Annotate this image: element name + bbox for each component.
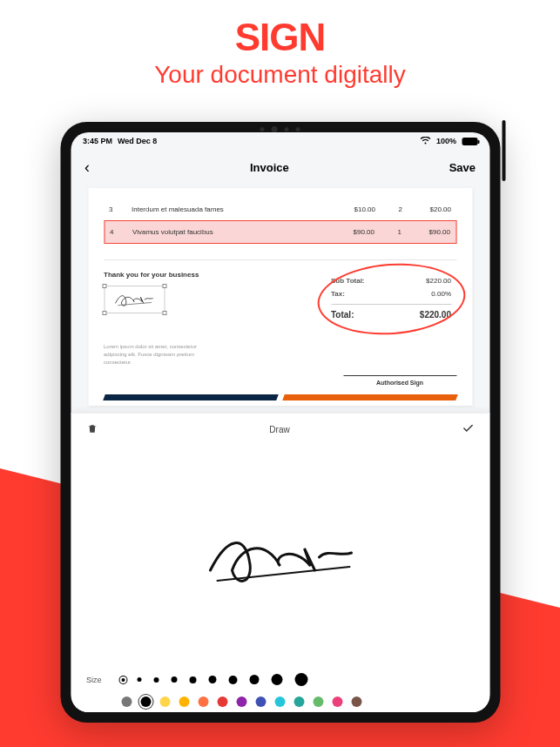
footer-bars bbox=[104, 394, 456, 400]
page-title: Invoice bbox=[90, 161, 449, 174]
totals-block: Sub Total:$220.00 Tax:0.00% Total:$220.0… bbox=[326, 271, 456, 326]
table-row: 3 Interdum et malesuada fames $10.00 2 $… bbox=[104, 199, 456, 220]
color-option[interactable] bbox=[313, 697, 323, 707]
signature-canvas[interactable] bbox=[71, 446, 489, 668]
draw-title: Draw bbox=[269, 425, 289, 434]
footnote-text: Lorem ipsum dolor sit amet, consectetur … bbox=[104, 343, 208, 367]
status-bar: 3:45 PM Wed Dec 8 100% bbox=[71, 132, 489, 150]
color-option[interactable] bbox=[274, 697, 285, 707]
size-option[interactable] bbox=[294, 673, 307, 686]
size-option[interactable] bbox=[153, 677, 159, 683]
color-option[interactable] bbox=[255, 697, 266, 707]
save-button[interactable]: Save bbox=[449, 161, 476, 174]
signature-placement[interactable] bbox=[104, 286, 165, 313]
color-picker bbox=[71, 691, 489, 712]
color-option[interactable] bbox=[332, 697, 342, 707]
color-option[interactable] bbox=[217, 697, 227, 707]
size-label: Size bbox=[86, 676, 111, 684]
color-option[interactable] bbox=[198, 697, 208, 707]
resize-handle[interactable] bbox=[162, 284, 166, 288]
authorised-sign-label: Authorised Sign bbox=[343, 375, 456, 386]
camera-bar bbox=[260, 126, 300, 132]
annotation-circle-icon bbox=[314, 259, 467, 340]
size-option[interactable] bbox=[228, 676, 237, 684]
tablet-frame: 3:45 PM Wed Dec 8 100% ‹ Invoice Save 3 … bbox=[60, 122, 500, 723]
resize-handle[interactable] bbox=[102, 284, 106, 288]
draw-panel: Draw Size bbox=[71, 413, 489, 712]
color-option[interactable] bbox=[121, 697, 132, 707]
signature-preview-icon bbox=[111, 289, 159, 310]
status-time: 3:45 PM bbox=[83, 137, 112, 145]
hero-subtitle: Your document digitally bbox=[0, 61, 560, 89]
size-option[interactable] bbox=[208, 676, 216, 683]
table-row-highlighted[interactable]: 4 Vivamus volutpat faucibus $90.00 1 $90… bbox=[104, 220, 456, 244]
battery-percent: 100% bbox=[436, 137, 456, 145]
wifi-icon bbox=[421, 137, 431, 146]
color-option[interactable] bbox=[179, 697, 189, 707]
size-picker: Size bbox=[71, 668, 489, 691]
size-option[interactable] bbox=[121, 678, 125, 682]
color-option[interactable] bbox=[159, 697, 170, 707]
trash-icon[interactable] bbox=[86, 423, 98, 437]
thank-you-text: Thank you for your business bbox=[104, 271, 326, 279]
size-option[interactable] bbox=[137, 677, 141, 682]
color-option[interactable] bbox=[351, 697, 361, 707]
size-option[interactable] bbox=[271, 674, 282, 685]
size-option[interactable] bbox=[249, 675, 259, 684]
size-option[interactable] bbox=[171, 676, 177, 683]
resize-handle[interactable] bbox=[162, 311, 166, 315]
color-option[interactable] bbox=[236, 697, 246, 707]
color-option[interactable] bbox=[140, 697, 151, 707]
screen: 3:45 PM Wed Dec 8 100% ‹ Invoice Save 3 … bbox=[71, 132, 489, 712]
signature-drawing-icon bbox=[193, 518, 368, 596]
battery-icon bbox=[462, 138, 477, 145]
invoice-document[interactable]: 3 Interdum et malesuada fames $10.00 2 $… bbox=[88, 188, 472, 406]
confirm-icon[interactable] bbox=[462, 422, 474, 437]
color-option[interactable] bbox=[293, 697, 304, 707]
size-option[interactable] bbox=[189, 676, 196, 683]
app-header: ‹ Invoice Save bbox=[71, 150, 489, 185]
hero-title: SIGN bbox=[0, 16, 560, 59]
hero: SIGN Your document digitally bbox=[0, 0, 560, 89]
resize-handle[interactable] bbox=[102, 311, 106, 315]
status-date: Wed Dec 8 bbox=[118, 137, 157, 145]
